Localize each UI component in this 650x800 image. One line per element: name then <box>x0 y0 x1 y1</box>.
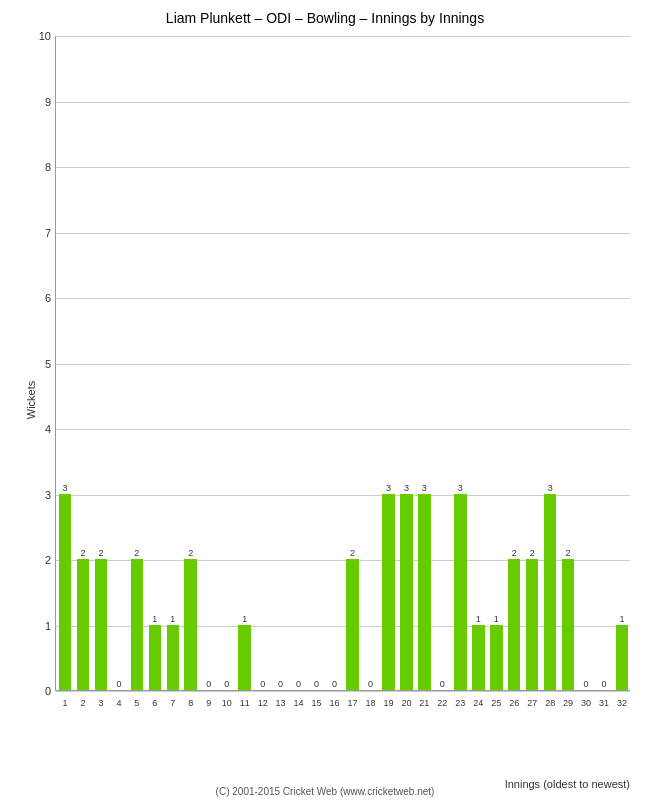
x-tick-label-9: 9 <box>206 698 211 708</box>
x-tick-label-19: 19 <box>383 698 393 708</box>
y-tick-label-1: 1 <box>45 620 56 632</box>
bar-inning-6 <box>149 625 162 691</box>
y-tick-label-10: 10 <box>39 30 56 42</box>
bar-label-12: 0 <box>257 679 269 689</box>
chart-container: Liam Plunkett – ODI – Bowling – Innings … <box>0 0 650 800</box>
x-tick-label-2: 2 <box>80 698 85 708</box>
bar-label-29: 2 <box>562 548 574 558</box>
y-tick-label-3: 3 <box>45 489 56 501</box>
x-tick-label-5: 5 <box>134 698 139 708</box>
gridline-0 <box>56 691 630 692</box>
x-tick-label-12: 12 <box>258 698 268 708</box>
x-tick-label-15: 15 <box>312 698 322 708</box>
y-tick-label-5: 5 <box>45 358 56 370</box>
bar-label-4: 0 <box>113 679 125 689</box>
bar-label-20: 3 <box>400 483 412 493</box>
bar-label-17: 2 <box>346 548 358 558</box>
x-tick-label-22: 22 <box>437 698 447 708</box>
gridline-10 <box>56 36 630 37</box>
x-tick-label-14: 14 <box>294 698 304 708</box>
x-tick-label-4: 4 <box>116 698 121 708</box>
y-tick-label-0: 0 <box>45 685 56 697</box>
bar-inning-20 <box>400 494 413 691</box>
bar-label-16: 0 <box>329 679 341 689</box>
y-tick-label-8: 8 <box>45 161 56 173</box>
gridline-7 <box>56 233 630 234</box>
bar-label-14: 0 <box>293 679 305 689</box>
bar-label-10: 0 <box>221 679 233 689</box>
bar-inning-26 <box>508 559 521 690</box>
bar-inning-23 <box>454 494 467 691</box>
x-tick-label-3: 3 <box>98 698 103 708</box>
bar-label-7: 1 <box>167 614 179 624</box>
bar-label-9: 0 <box>203 679 215 689</box>
bar-inning-8 <box>184 559 197 690</box>
bar-label-21: 3 <box>418 483 430 493</box>
gridline-8 <box>56 167 630 168</box>
y-tick-label-2: 2 <box>45 554 56 566</box>
x-tick-label-24: 24 <box>473 698 483 708</box>
bar-label-1: 3 <box>59 483 71 493</box>
bar-inning-27 <box>526 559 539 690</box>
bar-inning-7 <box>167 625 180 691</box>
chart-area: 0123456789103122230425161728090101110120… <box>55 36 630 691</box>
gridline-5 <box>56 364 630 365</box>
y-tick-label-6: 6 <box>45 292 56 304</box>
x-tick-label-26: 26 <box>509 698 519 708</box>
x-tick-label-17: 17 <box>347 698 357 708</box>
bar-inning-5 <box>131 559 144 690</box>
x-tick-label-30: 30 <box>581 698 591 708</box>
x-tick-label-32: 32 <box>617 698 627 708</box>
bar-inning-1 <box>59 494 72 691</box>
x-tick-label-8: 8 <box>188 698 193 708</box>
bar-inning-21 <box>418 494 431 691</box>
gridline-4 <box>56 429 630 430</box>
x-tick-label-6: 6 <box>152 698 157 708</box>
x-tick-label-1: 1 <box>62 698 67 708</box>
bar-label-13: 0 <box>275 679 287 689</box>
y-tick-label-9: 9 <box>45 96 56 108</box>
gridline-9 <box>56 102 630 103</box>
bar-label-3: 2 <box>95 548 107 558</box>
y-axis-label: Wickets <box>25 381 37 420</box>
x-tick-label-21: 21 <box>419 698 429 708</box>
x-tick-label-25: 25 <box>491 698 501 708</box>
chart-title: Liam Plunkett – ODI – Bowling – Innings … <box>0 0 650 31</box>
x-tick-label-11: 11 <box>240 698 250 708</box>
bar-label-18: 0 <box>364 679 376 689</box>
x-tick-label-31: 31 <box>599 698 609 708</box>
bar-label-11: 1 <box>239 614 251 624</box>
x-tick-label-10: 10 <box>222 698 232 708</box>
bar-label-19: 3 <box>382 483 394 493</box>
bar-inning-19 <box>382 494 395 691</box>
footer: (C) 2001-2015 Cricket Web (www.cricketwe… <box>0 786 650 797</box>
bar-inning-24 <box>472 625 485 691</box>
bar-inning-28 <box>544 494 557 691</box>
bar-label-30: 0 <box>580 679 592 689</box>
bar-inning-25 <box>490 625 503 691</box>
bar-label-26: 2 <box>508 548 520 558</box>
bar-label-28: 3 <box>544 483 556 493</box>
bar-label-25: 1 <box>490 614 502 624</box>
x-tick-label-28: 28 <box>545 698 555 708</box>
x-tick-label-20: 20 <box>401 698 411 708</box>
bar-inning-2 <box>77 559 90 690</box>
bar-label-5: 2 <box>131 548 143 558</box>
bar-inning-17 <box>346 559 359 690</box>
bar-label-32: 1 <box>616 614 628 624</box>
x-tick-label-23: 23 <box>455 698 465 708</box>
bar-inning-11 <box>238 625 251 691</box>
bar-label-22: 0 <box>436 679 448 689</box>
bar-inning-32 <box>616 625 629 691</box>
bar-label-24: 1 <box>472 614 484 624</box>
gridline-6 <box>56 298 630 299</box>
x-tick-label-13: 13 <box>276 698 286 708</box>
bar-label-23: 3 <box>454 483 466 493</box>
bar-label-2: 2 <box>77 548 89 558</box>
bar-inning-29 <box>562 559 575 690</box>
bar-label-8: 2 <box>185 548 197 558</box>
bar-label-6: 1 <box>149 614 161 624</box>
x-tick-label-16: 16 <box>330 698 340 708</box>
bar-label-31: 0 <box>598 679 610 689</box>
bar-label-15: 0 <box>311 679 323 689</box>
